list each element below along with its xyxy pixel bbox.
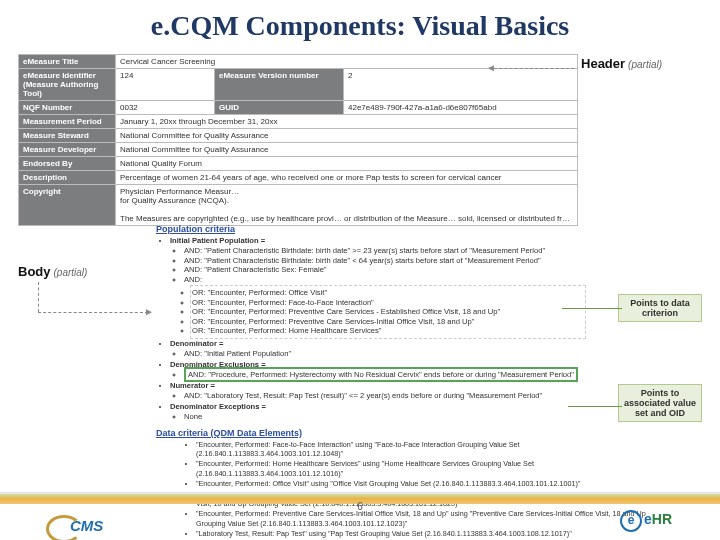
header-label: Header(partial) — [581, 56, 662, 71]
population-criteria-heading: Population criteria — [156, 224, 702, 234]
callout-data-criterion: Points to data criterion — [618, 294, 702, 322]
arrowhead2: ► — [144, 306, 154, 317]
ehr-logo: eeHR — [620, 510, 672, 532]
slide-footer: 6 CMS eeHR — [0, 492, 720, 540]
arrowhead: ◄ — [486, 62, 496, 73]
data-criteria-heading: Data criteria (QDM Data Elements) — [156, 428, 702, 438]
callout-valueset: Points to associated value set and OID — [618, 384, 702, 422]
denex-highlight: AND: "Procedure, Performed: Hysterectomy… — [184, 367, 578, 382]
arrow-criterion — [562, 308, 622, 309]
body-label: Body(partial) — [18, 264, 87, 279]
page-number: 6 — [0, 501, 720, 512]
header-table: eMeasure TitleCervical Cancer Screening … — [18, 54, 578, 226]
cms-logo: CMS — [70, 517, 103, 534]
arrow-valueset — [568, 406, 622, 407]
arrow-header — [494, 68, 574, 69]
population-criteria: Initial Patient Population = AND: "Patie… — [156, 236, 586, 422]
slide-title: e.CQM Components: Visual Basics — [0, 0, 720, 48]
arrow-body — [38, 282, 39, 312]
arrow-body-h — [38, 312, 148, 313]
